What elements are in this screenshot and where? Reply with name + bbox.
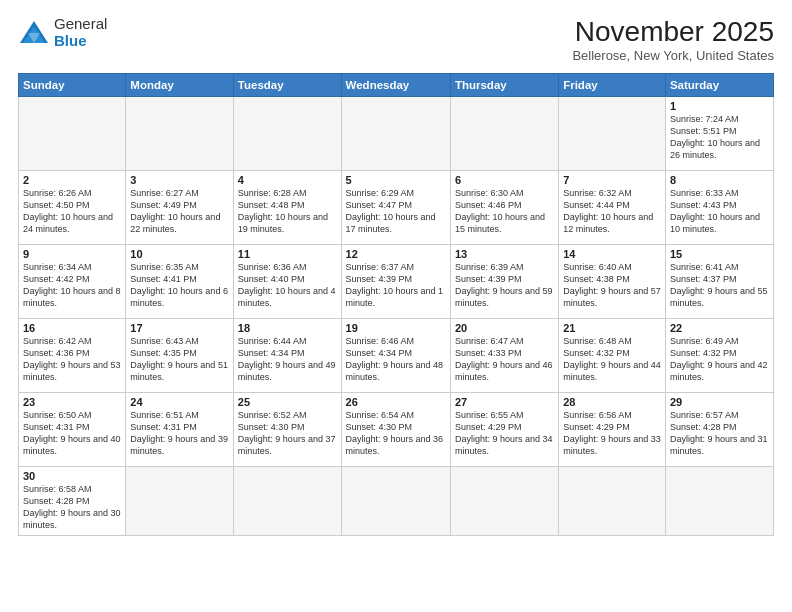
logo-line2: Blue [54, 33, 107, 50]
day-info: Sunrise: 6:48 AM Sunset: 4:32 PM Dayligh… [563, 335, 661, 384]
day-number: 16 [23, 322, 121, 334]
day-number: 29 [670, 396, 769, 408]
day-info: Sunrise: 6:27 AM Sunset: 4:49 PM Dayligh… [130, 187, 229, 236]
day-number: 7 [563, 174, 661, 186]
day-cell: 16Sunrise: 6:42 AM Sunset: 4:36 PM Dayli… [19, 319, 126, 393]
day-cell: 5Sunrise: 6:29 AM Sunset: 4:47 PM Daylig… [341, 171, 450, 245]
day-info: Sunrise: 6:49 AM Sunset: 4:32 PM Dayligh… [670, 335, 769, 384]
day-cell: 1Sunrise: 7:24 AM Sunset: 5:51 PM Daylig… [665, 97, 773, 171]
day-cell: 4Sunrise: 6:28 AM Sunset: 4:48 PM Daylig… [233, 171, 341, 245]
logo-icon [18, 19, 50, 47]
day-cell [19, 97, 126, 171]
day-cell: 10Sunrise: 6:35 AM Sunset: 4:41 PM Dayli… [126, 245, 234, 319]
day-number: 10 [130, 248, 229, 260]
day-number: 28 [563, 396, 661, 408]
day-cell [665, 467, 773, 536]
day-cell: 12Sunrise: 6:37 AM Sunset: 4:39 PM Dayli… [341, 245, 450, 319]
day-cell: 17Sunrise: 6:43 AM Sunset: 4:35 PM Dayli… [126, 319, 234, 393]
day-number: 17 [130, 322, 229, 334]
day-cell: 30Sunrise: 6:58 AM Sunset: 4:28 PM Dayli… [19, 467, 126, 536]
weekday-header-friday: Friday [559, 74, 666, 97]
header: General Blue November 2025 Bellerose, Ne… [18, 16, 774, 63]
day-number: 6 [455, 174, 554, 186]
day-cell [450, 467, 558, 536]
day-cell [450, 97, 558, 171]
day-number: 12 [346, 248, 446, 260]
day-number: 8 [670, 174, 769, 186]
logo: General Blue [18, 16, 107, 49]
day-cell: 2Sunrise: 6:26 AM Sunset: 4:50 PM Daylig… [19, 171, 126, 245]
day-cell: 22Sunrise: 6:49 AM Sunset: 4:32 PM Dayli… [665, 319, 773, 393]
week-row-2: 9Sunrise: 6:34 AM Sunset: 4:42 PM Daylig… [19, 245, 774, 319]
day-cell [341, 97, 450, 171]
day-number: 23 [23, 396, 121, 408]
weekday-header-thursday: Thursday [450, 74, 558, 97]
day-cell: 11Sunrise: 6:36 AM Sunset: 4:40 PM Dayli… [233, 245, 341, 319]
day-number: 26 [346, 396, 446, 408]
day-cell: 15Sunrise: 6:41 AM Sunset: 4:37 PM Dayli… [665, 245, 773, 319]
day-info: Sunrise: 6:37 AM Sunset: 4:39 PM Dayligh… [346, 261, 446, 310]
day-number: 21 [563, 322, 661, 334]
day-info: Sunrise: 6:36 AM Sunset: 4:40 PM Dayligh… [238, 261, 337, 310]
week-row-4: 23Sunrise: 6:50 AM Sunset: 4:31 PM Dayli… [19, 393, 774, 467]
day-info: Sunrise: 6:28 AM Sunset: 4:48 PM Dayligh… [238, 187, 337, 236]
day-number: 11 [238, 248, 337, 260]
day-info: Sunrise: 6:35 AM Sunset: 4:41 PM Dayligh… [130, 261, 229, 310]
day-cell: 18Sunrise: 6:44 AM Sunset: 4:34 PM Dayli… [233, 319, 341, 393]
week-row-1: 2Sunrise: 6:26 AM Sunset: 4:50 PM Daylig… [19, 171, 774, 245]
weekday-header-sunday: Sunday [19, 74, 126, 97]
day-info: Sunrise: 6:41 AM Sunset: 4:37 PM Dayligh… [670, 261, 769, 310]
day-number: 19 [346, 322, 446, 334]
day-info: Sunrise: 6:51 AM Sunset: 4:31 PM Dayligh… [130, 409, 229, 458]
day-cell: 8Sunrise: 6:33 AM Sunset: 4:43 PM Daylig… [665, 171, 773, 245]
day-cell [559, 97, 666, 171]
day-cell [341, 467, 450, 536]
page: General Blue November 2025 Bellerose, Ne… [0, 0, 792, 612]
day-info: Sunrise: 6:26 AM Sunset: 4:50 PM Dayligh… [23, 187, 121, 236]
logo-text: General Blue [54, 16, 107, 49]
day-info: Sunrise: 6:32 AM Sunset: 4:44 PM Dayligh… [563, 187, 661, 236]
title-block: November 2025 Bellerose, New York, Unite… [572, 16, 774, 63]
day-cell: 21Sunrise: 6:48 AM Sunset: 4:32 PM Dayli… [559, 319, 666, 393]
day-number: 15 [670, 248, 769, 260]
day-info: Sunrise: 6:54 AM Sunset: 4:30 PM Dayligh… [346, 409, 446, 458]
day-cell: 27Sunrise: 6:55 AM Sunset: 4:29 PM Dayli… [450, 393, 558, 467]
day-cell [559, 467, 666, 536]
day-info: Sunrise: 6:43 AM Sunset: 4:35 PM Dayligh… [130, 335, 229, 384]
day-cell: 9Sunrise: 6:34 AM Sunset: 4:42 PM Daylig… [19, 245, 126, 319]
day-info: Sunrise: 6:30 AM Sunset: 4:46 PM Dayligh… [455, 187, 554, 236]
day-cell: 14Sunrise: 6:40 AM Sunset: 4:38 PM Dayli… [559, 245, 666, 319]
day-cell: 7Sunrise: 6:32 AM Sunset: 4:44 PM Daylig… [559, 171, 666, 245]
day-cell: 24Sunrise: 6:51 AM Sunset: 4:31 PM Dayli… [126, 393, 234, 467]
calendar: SundayMondayTuesdayWednesdayThursdayFrid… [18, 73, 774, 536]
day-info: Sunrise: 6:34 AM Sunset: 4:42 PM Dayligh… [23, 261, 121, 310]
day-info: Sunrise: 6:52 AM Sunset: 4:30 PM Dayligh… [238, 409, 337, 458]
day-info: Sunrise: 6:55 AM Sunset: 4:29 PM Dayligh… [455, 409, 554, 458]
day-info: Sunrise: 6:39 AM Sunset: 4:39 PM Dayligh… [455, 261, 554, 310]
day-info: Sunrise: 6:44 AM Sunset: 4:34 PM Dayligh… [238, 335, 337, 384]
day-info: Sunrise: 6:46 AM Sunset: 4:34 PM Dayligh… [346, 335, 446, 384]
day-number: 18 [238, 322, 337, 334]
day-info: Sunrise: 6:29 AM Sunset: 4:47 PM Dayligh… [346, 187, 446, 236]
day-number: 4 [238, 174, 337, 186]
day-cell: 29Sunrise: 6:57 AM Sunset: 4:28 PM Dayli… [665, 393, 773, 467]
day-number: 22 [670, 322, 769, 334]
day-number: 27 [455, 396, 554, 408]
day-cell: 13Sunrise: 6:39 AM Sunset: 4:39 PM Dayli… [450, 245, 558, 319]
day-info: Sunrise: 6:47 AM Sunset: 4:33 PM Dayligh… [455, 335, 554, 384]
day-info: Sunrise: 6:33 AM Sunset: 4:43 PM Dayligh… [670, 187, 769, 236]
logo-line1: General [54, 16, 107, 33]
day-cell: 26Sunrise: 6:54 AM Sunset: 4:30 PM Dayli… [341, 393, 450, 467]
day-info: Sunrise: 6:42 AM Sunset: 4:36 PM Dayligh… [23, 335, 121, 384]
day-number: 9 [23, 248, 121, 260]
weekday-header-row: SundayMondayTuesdayWednesdayThursdayFrid… [19, 74, 774, 97]
weekday-header-saturday: Saturday [665, 74, 773, 97]
day-number: 30 [23, 470, 121, 482]
day-info: Sunrise: 6:58 AM Sunset: 4:28 PM Dayligh… [23, 483, 121, 532]
day-info: Sunrise: 6:57 AM Sunset: 4:28 PM Dayligh… [670, 409, 769, 458]
day-number: 1 [670, 100, 769, 112]
day-info: Sunrise: 6:56 AM Sunset: 4:29 PM Dayligh… [563, 409, 661, 458]
week-row-0: 1Sunrise: 7:24 AM Sunset: 5:51 PM Daylig… [19, 97, 774, 171]
day-cell: 3Sunrise: 6:27 AM Sunset: 4:49 PM Daylig… [126, 171, 234, 245]
day-number: 3 [130, 174, 229, 186]
